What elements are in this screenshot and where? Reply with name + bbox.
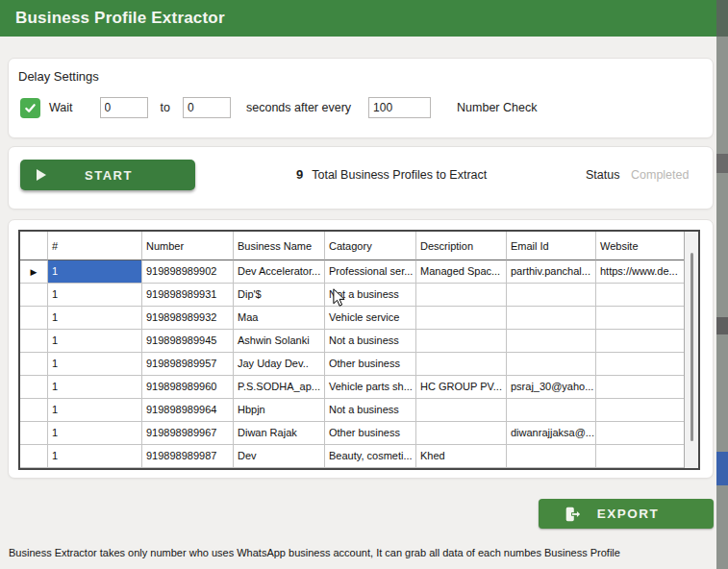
grid-cell[interactable]: 1 <box>48 353 142 376</box>
grid-cell[interactable]: psraj_30@yaho... <box>507 376 596 399</box>
grid-column-header[interactable]: Website <box>596 232 688 260</box>
number-check-label: Number Check <box>457 101 537 114</box>
wait-checkbox[interactable] <box>20 98 40 118</box>
grid-cell[interactable] <box>507 284 596 307</box>
grid-cell[interactable]: 1 <box>48 445 142 468</box>
grid-corner-header[interactable] <box>20 232 48 260</box>
grid-cell[interactable]: 919898989960 <box>142 376 234 399</box>
grid-cell[interactable] <box>416 422 507 445</box>
grid-column-header[interactable]: # <box>48 232 142 260</box>
grid-cell[interactable] <box>416 330 507 353</box>
grid-cell[interactable]: parthiv.panchal... <box>507 260 596 284</box>
grid-cell[interactable]: Khed <box>416 445 507 468</box>
grid-cell[interactable]: 919898989964 <box>142 399 234 422</box>
delay-settings-card: Delay Settings Wait to seconds after eve… <box>8 58 714 138</box>
grid-cell[interactable] <box>596 353 688 376</box>
grid-cell[interactable]: 1 <box>48 260 142 284</box>
grid-cell[interactable]: https://www.de... <box>596 260 688 284</box>
grid-cell[interactable]: Professional ser... <box>325 260 416 284</box>
row-header-cell[interactable] <box>20 376 48 399</box>
grid-cell[interactable]: Managed Spac... <box>416 260 507 284</box>
grid-cell[interactable]: Dip'$ <box>234 284 325 307</box>
grid-cell[interactable]: Dev Accelerator... <box>234 260 325 284</box>
grid-cell[interactable]: 1 <box>48 422 142 445</box>
grid-cell[interactable]: diwanrajjaksa@... <box>507 422 596 445</box>
grid-cell[interactable]: 919898989902 <box>142 260 234 284</box>
grid-cell[interactable]: Other business <box>325 353 416 376</box>
grid-cell[interactable]: 919898989957 <box>142 353 234 376</box>
grid-cell[interactable]: Vehicle parts sh... <box>325 376 416 399</box>
grid-column-header[interactable]: Email Id <box>507 232 596 260</box>
grid-cell[interactable]: 919898989945 <box>142 330 234 353</box>
grid-header-row: #NumberBusiness NameCatagoryDescriptionE… <box>20 232 698 260</box>
row-header-cell[interactable] <box>20 445 48 468</box>
grid-cell[interactable]: 1 <box>48 399 142 422</box>
grid-cell[interactable]: Diwan Rajak <box>234 422 325 445</box>
grid-cell[interactable] <box>596 399 688 422</box>
row-header-cell[interactable] <box>20 307 48 330</box>
grid-cell[interactable]: 1 <box>48 330 142 353</box>
edge-strip-segment <box>716 0 728 37</box>
table-row: 1919898989987DevBeauty, cosmeti...Khed <box>20 445 698 468</box>
grid-cell[interactable]: 919898989987 <box>142 445 234 468</box>
grid-cell[interactable]: 1 <box>48 376 142 399</box>
row-header-cell[interactable] <box>20 353 48 376</box>
export-button[interactable]: EXPORT <box>539 499 714 529</box>
grid-cell[interactable] <box>507 353 596 376</box>
grid-cell[interactable] <box>507 307 596 330</box>
results-card: #NumberBusiness NameCatagoryDescriptionE… <box>8 219 714 479</box>
grid-cell[interactable]: 1 <box>48 284 142 307</box>
delay-settings-heading: Delay Settings <box>18 69 99 84</box>
grid-column-header[interactable]: Business Name <box>234 232 325 260</box>
grid-cell[interactable]: 919898989931 <box>142 284 234 307</box>
grid-cell[interactable]: 919898989932 <box>142 307 234 330</box>
grid-cell[interactable]: Not a business <box>325 399 416 422</box>
grid-cell[interactable] <box>416 353 507 376</box>
grid-cell[interactable] <box>596 376 688 399</box>
grid-cell[interactable] <box>416 307 507 330</box>
grid-cell[interactable] <box>596 307 688 330</box>
grid-cell[interactable] <box>507 399 596 422</box>
grid-cell[interactable]: Other business <box>325 422 416 445</box>
row-header-cell[interactable] <box>20 422 48 445</box>
row-header-cell[interactable] <box>20 330 48 353</box>
grid-cell[interactable]: 919898989967 <box>142 422 234 445</box>
every-count-input[interactable] <box>368 97 431 118</box>
grid-cell[interactable] <box>596 445 688 468</box>
grid-cell[interactable] <box>507 330 596 353</box>
grid-cell[interactable]: Beauty, cosmeti... <box>325 445 416 468</box>
grid-cell[interactable] <box>507 445 596 468</box>
grid-cell[interactable]: Ashwin Solanki <box>234 330 325 353</box>
vertical-scrollbar[interactable] <box>684 232 698 468</box>
total-profiles: 9 Total Business Profiles to Extract <box>296 167 487 182</box>
grid-cell[interactable] <box>596 284 688 307</box>
row-header-cell[interactable]: ▶ <box>20 260 48 284</box>
grid-cell[interactable] <box>416 399 507 422</box>
play-icon <box>36 168 47 182</box>
grid-cell[interactable]: Dev <box>234 445 325 468</box>
table-row: 1919898989964HbpjnNot a business <box>20 399 698 422</box>
grid-cell[interactable] <box>596 422 688 445</box>
wait-to-input[interactable] <box>183 97 231 118</box>
wait-from-input[interactable] <box>100 97 148 118</box>
grid-cell[interactable] <box>596 330 688 353</box>
grid-cell[interactable]: P.S.SODHA_ap... <box>234 376 325 399</box>
wait-label: Wait <box>49 101 73 114</box>
grid-column-header[interactable]: Catagory <box>325 232 416 260</box>
scrollbar-thumb[interactable] <box>690 253 693 441</box>
grid-cell[interactable]: Maa <box>234 307 325 330</box>
grid-cell[interactable]: Jay Uday Dev.. <box>234 353 325 376</box>
grid-cell[interactable]: Hbpjn <box>234 399 325 422</box>
grid-cell[interactable]: Not a business <box>325 330 416 353</box>
start-button[interactable]: START <box>20 160 195 190</box>
grid-cell[interactable] <box>416 284 507 307</box>
grid-cell[interactable]: Vehicle service <box>325 307 416 330</box>
grid-cell[interactable]: HC GROUP PV... <box>416 376 507 399</box>
grid-cell[interactable]: Not a business <box>325 284 416 307</box>
row-header-cell[interactable] <box>20 399 48 422</box>
grid-column-header[interactable]: Description <box>416 232 507 260</box>
grid-cell[interactable]: 1 <box>48 307 142 330</box>
grid-column-header[interactable]: Number <box>142 232 234 260</box>
to-label: to <box>161 101 170 114</box>
row-header-cell[interactable] <box>20 284 48 307</box>
